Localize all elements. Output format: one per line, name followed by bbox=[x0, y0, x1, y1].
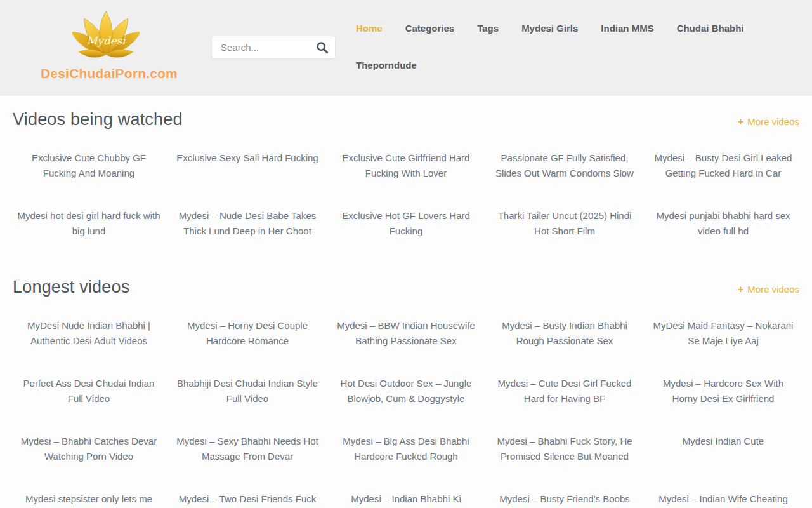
section-title: Longest videos bbox=[13, 277, 129, 297]
video-title-link[interactable]: Mydesi – Busty Desi Girl Leaked Getting … bbox=[647, 150, 799, 181]
nav-item-tags[interactable]: Tags bbox=[477, 23, 499, 34]
video-title-link[interactable]: Bhabhiji Desi Chudai Indian Style Full V… bbox=[171, 376, 324, 406]
video-title-link[interactable]: Mydesi Indian Cute bbox=[647, 434, 799, 464]
video-title-link[interactable]: MyDesi Nude Indian Bhabhi | Authentic De… bbox=[13, 318, 165, 349]
video-title-link[interactable]: MyDesi Maid Fantasy – Nokarani Se Maje L… bbox=[647, 318, 799, 349]
video-title-link[interactable]: Perfect Ass Desi Chudai Indian Full Vide… bbox=[13, 376, 165, 406]
video-title-link[interactable]: Mydesi – Busty Indian Bhabhi Rough Passi… bbox=[488, 318, 641, 349]
video-title-link[interactable]: Mydesi – Indian Wife Cheating with Neigh… bbox=[647, 491, 799, 508]
lotus-logo-icon: Mydesi bbox=[72, 10, 140, 65]
video-title-link[interactable]: Exclusive Cute Chubby GF Fucking And Moa… bbox=[13, 150, 165, 181]
video-title-link[interactable]: Mydesi – Big Ass Desi Bhabhi Hardcore Fu… bbox=[330, 434, 482, 464]
site-header: Mydesi DesiChudaiPorn.com HomeCategories… bbox=[0, 0, 812, 95]
video-title-link[interactable]: Mydesi – Bhabhi Catches Devar Watching P… bbox=[13, 434, 165, 464]
site-logo[interactable]: Mydesi DesiChudaiPorn.com bbox=[41, 10, 171, 81]
section-title: Videos being watched bbox=[13, 110, 183, 130]
more-videos-label: More videos bbox=[747, 116, 799, 127]
search-button[interactable] bbox=[315, 40, 330, 55]
nav-item-mydesi-girls[interactable]: Mydesi Girls bbox=[521, 23, 578, 34]
more-videos-label: More videos bbox=[747, 284, 799, 295]
video-title-link[interactable]: Mydesi – Horny Desi Couple Hardcore Roma… bbox=[171, 318, 324, 349]
search-icon bbox=[316, 41, 329, 54]
video-title-link[interactable]: Exclusive Cute Girlfriend Hard Fucking W… bbox=[330, 150, 482, 181]
video-grid: MyDesi Nude Indian Bhabhi | Authentic De… bbox=[13, 318, 799, 508]
video-title-link[interactable]: Mydesi hot desi girl hard fuck with big … bbox=[13, 208, 165, 239]
more-videos-link[interactable]: +More videos bbox=[738, 116, 799, 128]
nav-item-theporndude[interactable]: Theporndude bbox=[356, 60, 417, 71]
video-title-link[interactable]: Passionate GF Fully Satisfied, Slides Ou… bbox=[488, 150, 641, 181]
nav-item-indian-mms[interactable]: Indian MMS bbox=[601, 23, 653, 34]
logo-script-label: Mydesi bbox=[87, 35, 127, 47]
video-section-0: Videos being watched+More videosExclusiv… bbox=[13, 110, 799, 239]
plus-icon: + bbox=[738, 116, 743, 128]
more-videos-link[interactable]: +More videos bbox=[738, 284, 799, 295]
video-section-1: Longest videos+More videosMyDesi Nude In… bbox=[13, 277, 799, 508]
video-title-link[interactable]: Hot Desi Outdoor Sex – Jungle Blowjob, C… bbox=[330, 376, 482, 406]
video-title-link[interactable]: Mydesi – Indian Bhabhi Ki Zabardast Chud… bbox=[330, 491, 482, 508]
main-content: Videos being watched+More videosExclusiv… bbox=[0, 95, 812, 508]
video-grid: Exclusive Cute Chubby GF Fucking And Moa… bbox=[13, 150, 799, 239]
video-title-link[interactable]: Mydesi – Bhabhi Fuck Story, He Promised … bbox=[488, 434, 641, 464]
video-title-link[interactable]: Mydesi – Nude Desi Babe Takes Thick Lund… bbox=[171, 208, 324, 239]
search-input[interactable] bbox=[219, 41, 315, 53]
plus-icon: + bbox=[738, 284, 743, 295]
site-name: DesiChudaiPorn.com bbox=[41, 66, 171, 81]
video-title-link[interactable]: Mydesi – Hardcore Sex With Horny Desi Ex… bbox=[647, 376, 799, 406]
video-title-link[interactable]: Mydesi – Cute Desi Girl Fucked Hard for … bbox=[488, 376, 641, 406]
search-box bbox=[211, 36, 336, 59]
video-title-link[interactable]: Mydesi – Sexy Bhabhi Needs Hot Massage F… bbox=[171, 434, 324, 464]
nav-item-chudai-bhabhi[interactable]: Chudai Bhabhi bbox=[677, 23, 744, 34]
video-title-link[interactable]: Tharki Tailer Uncut (2025) Hindi Hot Sho… bbox=[488, 208, 641, 239]
nav-item-home[interactable]: Home bbox=[356, 23, 383, 34]
video-title-link[interactable]: Mydesi punjabi bhabhi hard sex video ful… bbox=[647, 208, 799, 239]
video-title-link[interactable]: Exclusive Hot GF Lovers Hard Fucking bbox=[330, 208, 482, 239]
video-title-link[interactable]: Mydesi – Two Desi Friends Fuck Horny Mai… bbox=[171, 491, 324, 508]
nav-item-categories[interactable]: Categories bbox=[405, 23, 455, 34]
video-title-link[interactable]: Mydesi stepsister only lets me touch her… bbox=[13, 491, 165, 508]
video-title-link[interactable]: Mydesi – BBW Indian Housewife Bathing Pa… bbox=[330, 318, 482, 349]
video-title-link[interactable]: Exclusive Sexy Sali Hard Fucking bbox=[171, 150, 324, 181]
video-title-link[interactable]: Mydesi – Busty Friend's Boobs and Bra To… bbox=[488, 491, 641, 508]
main-nav: HomeCategoriesTagsMydesi GirlsIndian MMS… bbox=[356, 23, 762, 71]
